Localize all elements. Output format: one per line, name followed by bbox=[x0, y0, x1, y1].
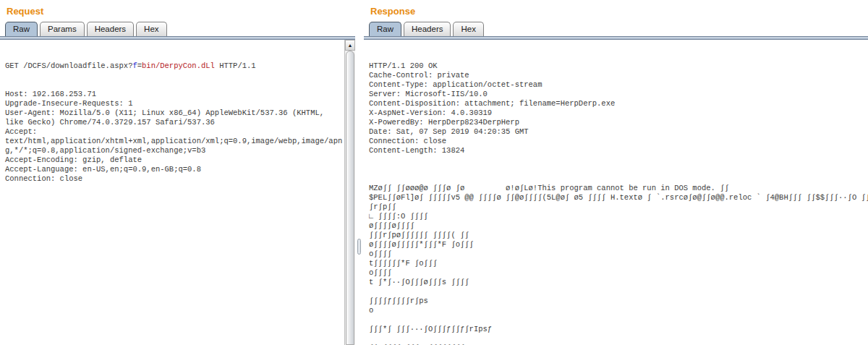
tab-request-headers[interactable]: Headers bbox=[87, 22, 134, 36]
text-line: Accept: bbox=[5, 127, 343, 137]
text-line bbox=[369, 334, 867, 344]
text-line: $PEL∫∫øFl]ø∫ ∫∫∫∫∫v5 @@ ∫∫∫∫ø ∫∫@ø∫∫∫∫(5… bbox=[369, 193, 867, 203]
text-line bbox=[369, 287, 867, 297]
response-panel-title: Response bbox=[370, 6, 868, 17]
text-line: o∫∫∫∫ bbox=[369, 268, 867, 278]
request-panel: Request Raw Params Headers Hex GET /DCFS… bbox=[0, 0, 355, 345]
request-method-path: GET /DCFS/downloadfile.aspx? bbox=[5, 61, 132, 70]
text-line: ø∫∫∫∫ø∫∫∫∫ bbox=[369, 221, 867, 231]
text-line: Content-Length: 13824 bbox=[369, 146, 867, 156]
text-line: g,*/*;q=0.8,application/signed-exchange;… bbox=[5, 146, 343, 156]
text-line: Upgrade-Insecure-Requests: 1 bbox=[5, 99, 343, 108]
text-line: Accept-Language: en-US,en;q=0.9,en-GB;q=… bbox=[5, 165, 343, 174]
text-line: Date: Sat, 07 Sep 2019 04:20:35 GMT bbox=[369, 127, 867, 137]
text-line: Content-Disposition: attachment; filenam… bbox=[369, 99, 867, 108]
tab-request-raw[interactable]: Raw bbox=[5, 22, 38, 36]
response-raw-text[interactable]: HTTP/1.1 200 OKCache-Control: privateCon… bbox=[364, 40, 868, 345]
text-line: Server: Microsoft-IIS/10.0 bbox=[369, 90, 867, 99]
scroll-up-button[interactable]: ▲ bbox=[345, 40, 355, 51]
request-scrollbar[interactable]: ▲ bbox=[344, 40, 355, 345]
text-line: X-PoweredBy: HerpDerp8234DerpHerp bbox=[369, 118, 867, 127]
request-line: GET /DCFS/downloadfile.aspx?f=bin/DerpyC… bbox=[5, 61, 343, 71]
text-line: Connection: close bbox=[5, 174, 343, 184]
request-protocol: HTTP/1.1 bbox=[215, 61, 256, 70]
text-line: User-Agent: Mozilla/5.0 (X11; Linux x86_… bbox=[5, 108, 343, 118]
text-line: like Gecko) Chrome/74.0.3729.157 Safari/… bbox=[5, 118, 343, 127]
request-raw-text[interactable]: GET /DCFS/downloadfile.aspx?f=bin/DerpyC… bbox=[0, 40, 344, 345]
text-line: t∫∫∫∫∫∫*F ∫o∫∫∫ bbox=[369, 259, 867, 268]
tab-response-hex[interactable]: Hex bbox=[453, 22, 483, 36]
text-line: ∟ ∫∫∫∫:O ∫∫∫∫ bbox=[369, 212, 867, 221]
request-param-value: bin/DerpyCon.dLl bbox=[142, 61, 215, 70]
response-content-wrap: HTTP/1.1 200 OKCache-Control: privateCon… bbox=[364, 40, 868, 345]
tab-request-params[interactable]: Params bbox=[40, 22, 85, 36]
text-line: HTTP/1.1 200 OK bbox=[369, 61, 867, 71]
request-panel-title: Request bbox=[7, 6, 355, 17]
text-line: ø∫∫∫∫ø∫∫∫∫∫*∫∫∫*F ∫o∫∫∫ bbox=[369, 240, 867, 250]
scroll-up-arrow-icon: ▲ bbox=[348, 43, 353, 48]
response-tab-bar: Raw Headers Hex bbox=[364, 20, 868, 36]
text-line: ∫r∫p∫∫ bbox=[369, 203, 867, 212]
text-line bbox=[369, 156, 867, 165]
tab-response-headers[interactable]: Headers bbox=[404, 22, 451, 36]
text-line: ∫∫∫*∫ ∫∫∫···∫O∫∫∫ƒ∫∫ƒ∫rIpsƒ bbox=[369, 325, 867, 334]
text-line: text/html,application/xhtml+xml,applicat… bbox=[5, 137, 343, 146]
text-line: ∫∫∫∫ƒ∫∫∫∫r∫ps bbox=[369, 297, 867, 306]
text-line: o∫∫∫∫ bbox=[369, 250, 867, 259]
text-line: Host: 192.168.253.71 bbox=[5, 90, 343, 99]
text-line: X-AspNet-Version: 4.0.30319 bbox=[369, 108, 867, 118]
tab-response-raw[interactable]: Raw bbox=[369, 22, 401, 36]
tab-request-hex[interactable]: Hex bbox=[136, 22, 166, 36]
text-line: t ∫*∫··∫O∫∫∫ø∫∫∫s ∫∫∫∫ bbox=[369, 278, 867, 287]
request-tab-bar: Raw Params Headers Hex bbox=[0, 20, 355, 36]
text-line: ∫∫∫r∫pø∫∫∫∫∫∫ ∫∫∫∫( ∫∫ bbox=[369, 231, 867, 240]
text-line: Cache-Control: private bbox=[369, 71, 867, 80]
request-response-split: Request Raw Params Headers Hex GET /DCFS… bbox=[0, 0, 868, 345]
request-scrollbar-thumb[interactable] bbox=[346, 51, 354, 345]
text-line: o bbox=[369, 306, 867, 315]
text-line: Accept-Encoding: gzip, deflate bbox=[5, 156, 343, 165]
split-divider[interactable] bbox=[355, 0, 364, 345]
text-line: Connection: close bbox=[369, 137, 867, 146]
divider-grip-icon bbox=[357, 239, 361, 255]
text-line: MZø∫∫ ∫∫øøø@ø ∫∫∫ø ∫ø ø!ø∫Lø!This progra… bbox=[369, 184, 867, 193]
text-line bbox=[369, 315, 867, 325]
response-panel: Response Raw Headers Hex HTTP/1.1 200 OK… bbox=[364, 0, 868, 345]
request-content-wrap: GET /DCFS/downloadfile.aspx?f=bin/DerpyC… bbox=[0, 40, 355, 345]
text-line: Content-Type: application/octet-stream bbox=[369, 80, 867, 90]
